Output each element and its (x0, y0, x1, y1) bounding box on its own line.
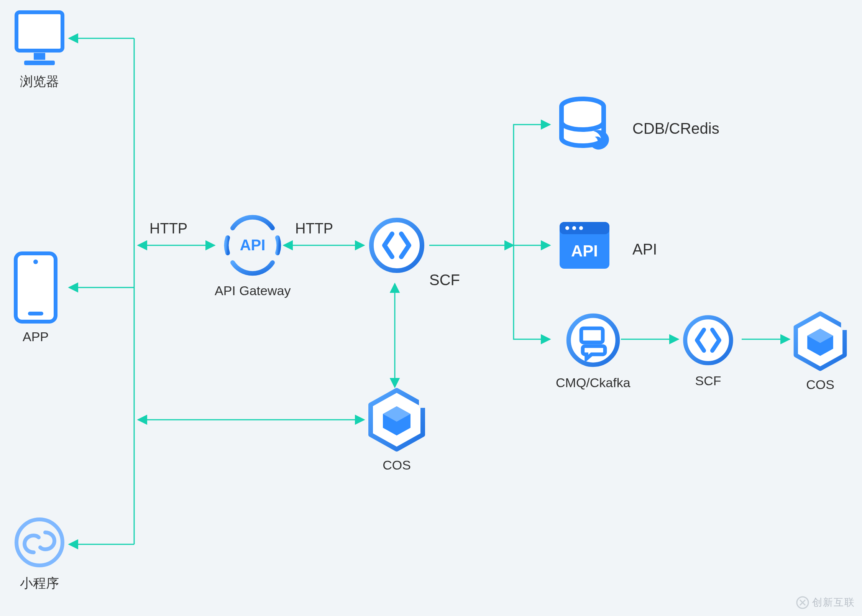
svg-text:API: API (571, 242, 598, 260)
svg-point-14 (572, 226, 576, 230)
phone-icon (13, 251, 59, 324)
label-api-backend: API (632, 230, 657, 268)
svg-text:API: API (240, 237, 266, 253)
watermark-icon (796, 596, 809, 609)
watermark-text: 创新互联 (812, 596, 855, 609)
node-cos: COS (366, 387, 427, 473)
label-cos-2: COS (806, 377, 834, 392)
browser-icon (13, 10, 66, 67)
svg-rect-2 (24, 61, 55, 65)
node-scf-2: SCF (680, 312, 736, 388)
label-miniprog: 小程序 (20, 575, 59, 592)
svg-point-4 (33, 260, 38, 264)
scf-icon (366, 215, 427, 276)
connections-layer (0, 0, 862, 616)
node-browser: 浏览器 (13, 10, 66, 90)
label-app: APP (23, 329, 49, 344)
label-cmq-ckafka: CMQ/Ckafka (556, 375, 630, 390)
cos-icon-2 (791, 310, 849, 372)
api-gateway-icon: API (220, 213, 285, 278)
edge-label-http-1: HTTP (149, 220, 187, 237)
label-browser: 浏览器 (20, 73, 59, 90)
edge-label-http-2: HTTP (295, 220, 333, 237)
svg-point-8 (371, 220, 422, 271)
label-cos: COS (383, 458, 411, 473)
api-window-icon: API (556, 217, 613, 274)
node-cmq-ckafka: CMQ/Ckafka (556, 310, 630, 390)
svg-point-19 (685, 317, 731, 363)
node-scf (366, 215, 427, 276)
miniprogram-icon (13, 516, 66, 569)
database-icon (556, 96, 613, 153)
message-queue-icon (563, 310, 623, 370)
svg-point-17 (568, 316, 617, 365)
scf-icon-2 (680, 312, 736, 368)
cos-icon (366, 387, 427, 452)
node-api-backend: API (556, 217, 613, 274)
label-scf: SCF (429, 261, 460, 299)
node-cdb-credis (556, 96, 613, 153)
svg-rect-0 (16, 12, 62, 51)
svg-point-13 (565, 226, 569, 230)
label-scf-2: SCF (695, 373, 721, 388)
svg-point-15 (579, 226, 583, 230)
svg-rect-20 (841, 322, 849, 330)
node-app: APP (13, 251, 59, 344)
watermark: 创新互联 (796, 596, 855, 609)
svg-rect-5 (28, 312, 43, 315)
node-cos-2: COS (791, 310, 849, 392)
node-miniprog: 小程序 (13, 516, 66, 592)
svg-rect-1 (34, 53, 45, 60)
svg-rect-9 (419, 399, 427, 408)
label-api-gateway: API Gateway (215, 283, 291, 298)
label-cdb-credis: CDB/CRedis (632, 109, 719, 148)
node-api-gateway: API API Gateway (215, 213, 291, 298)
